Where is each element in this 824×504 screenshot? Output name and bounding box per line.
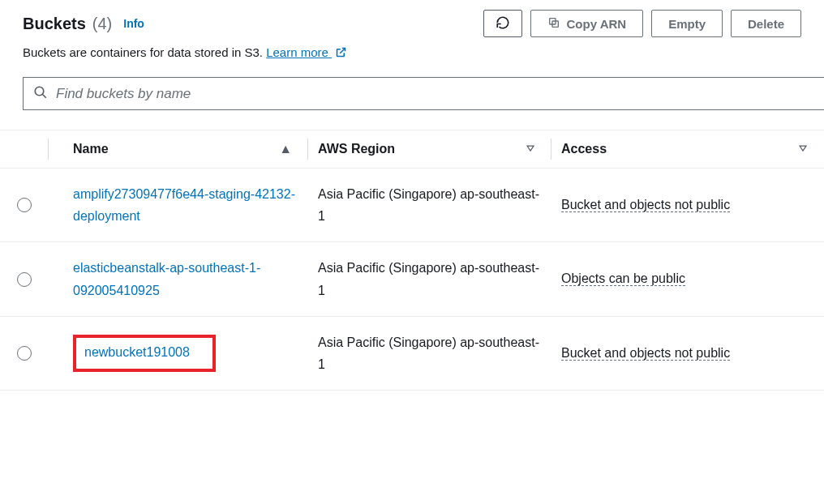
empty-label: Empty (668, 17, 706, 31)
col-name[interactable]: Name ▲ (49, 130, 308, 169)
bucket-name-link[interactable]: amplify27309477f6e44-staging-42132-deplo… (73, 183, 298, 227)
col-access-label: Access (561, 142, 607, 156)
bucket-region: Asia Pacific (Singapore) ap-southeast-1 (318, 261, 539, 297)
learn-more-link[interactable]: Learn more (266, 45, 347, 59)
row-select-radio[interactable] (17, 346, 32, 361)
copy-arn-button[interactable]: Copy ARN (530, 10, 644, 37)
bucket-access: Bucket and objects not public (561, 346, 730, 361)
row-select-radio[interactable] (17, 272, 32, 287)
copy-icon (547, 16, 560, 32)
row-select-radio[interactable] (17, 198, 32, 212)
col-access[interactable]: Access (551, 130, 824, 169)
bucket-access: Bucket and objects not public (561, 198, 730, 212)
table-row: elasticbeanstalk-ap-southeast-1-09200541… (0, 242, 824, 316)
info-link[interactable]: Info (123, 17, 144, 30)
col-region[interactable]: AWS Region (308, 130, 551, 169)
delete-label: Delete (748, 17, 784, 31)
delete-button[interactable]: Delete (731, 10, 801, 37)
search-icon (33, 85, 48, 102)
svg-point-2 (35, 87, 44, 96)
bucket-access: Objects can be public (561, 271, 685, 286)
table-row: amplify27309477f6e44-staging-42132-deplo… (0, 169, 824, 242)
page-title: Buckets (23, 15, 86, 33)
bucket-region: Asia Pacific (Singapore) ap-southeast-1 (318, 335, 539, 371)
col-name-label: Name (73, 142, 109, 156)
filter-icon (526, 142, 535, 156)
filter-icon (798, 142, 808, 156)
subtitle-text: Buckets are containers for data stored i… (23, 45, 266, 59)
svg-line-3 (42, 94, 46, 98)
refresh-icon (496, 15, 510, 32)
col-select (0, 130, 49, 169)
bucket-region: Asia Pacific (Singapore) ap-southeast-1 (318, 187, 539, 223)
refresh-button[interactable] (483, 10, 522, 37)
bucket-count: (4) (92, 15, 112, 33)
col-region-label: AWS Region (318, 142, 395, 156)
table-row: newbucket191008Asia Pacific (Singapore) … (0, 316, 824, 390)
empty-button[interactable]: Empty (651, 10, 723, 37)
search-container (23, 77, 824, 110)
search-input[interactable] (56, 86, 814, 102)
external-link-icon (335, 47, 347, 61)
subtitle: Buckets are containers for data stored i… (23, 45, 801, 61)
buckets-table: Name ▲ AWS Region Access amplify27309477… (0, 130, 824, 391)
sort-asc-icon: ▲ (279, 142, 292, 156)
bucket-name-link[interactable]: elasticbeanstalk-ap-southeast-1-09200541… (73, 257, 298, 301)
bucket-name-link[interactable]: newbucket191008 (73, 335, 216, 371)
learn-more-label: Learn more (266, 45, 328, 59)
copy-arn-label: Copy ARN (567, 17, 627, 31)
